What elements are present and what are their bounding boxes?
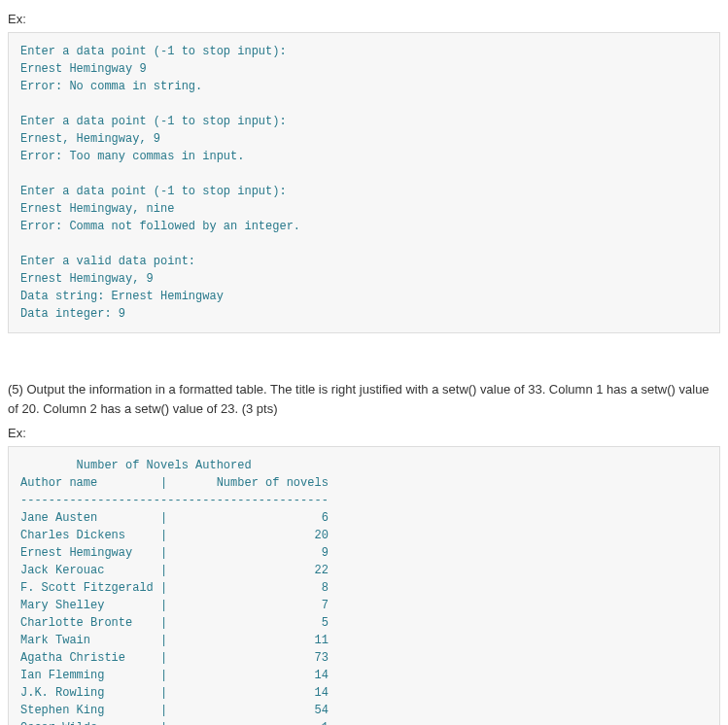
- code-block-table: Number of Novels Authored Author name | …: [8, 446, 720, 725]
- instruction-text: (5) Output the information in a formatte…: [8, 380, 720, 418]
- example-label-1: Ex:: [8, 12, 720, 26]
- code-block-1: Enter a data point (-1 to stop input): E…: [8, 32, 720, 333]
- example-label-2: Ex:: [8, 426, 720, 440]
